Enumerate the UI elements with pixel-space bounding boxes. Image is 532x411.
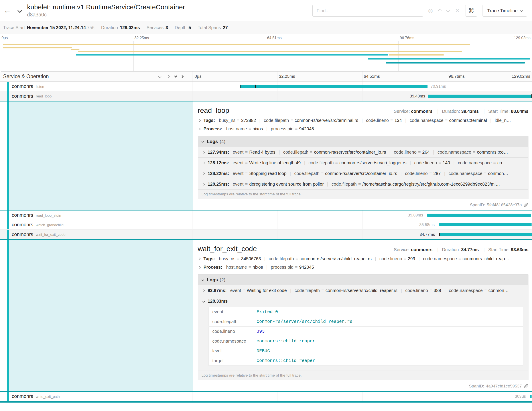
- span-bar[interactable]: [530, 395, 532, 398]
- next-result-icon[interactable]: [446, 9, 450, 12]
- tags-row[interactable]: Tags: busy_ns=34506763 code.filepath=con…: [198, 256, 528, 261]
- page-title: kubelet: runtime.v1.RuntimeService/Creat…: [27, 3, 185, 11]
- logs-footnote: Log timestamps are relative to the start…: [198, 371, 528, 380]
- log-entry[interactable]: 128.25ms: event=deregistering event sour…: [198, 179, 528, 189]
- logs-section: Logs (2) 93.87ms: event=Waiting for exit…: [198, 274, 528, 380]
- logs-header[interactable]: Logs (2): [198, 274, 528, 285]
- chevron-right-icon: [202, 151, 205, 153]
- row-gutter: [0, 240, 7, 391]
- trace-header-collapse-button[interactable]: [15, 0, 25, 21]
- operation-name: watch_grandchild: [36, 223, 64, 227]
- timeline-axis: 0μs 32.25ms 64.51ms 96.76ms 129.02ms: [193, 71, 532, 81]
- title-block: kubelet: runtime.v1.RuntimeService/Creat…: [27, 3, 185, 18]
- span-id-row: SpanID: 5faf48165428c37a: [198, 203, 528, 207]
- log-entry-expanded-header[interactable]: 128.33ms: [203, 299, 525, 304]
- trace-start: Trace StartNovember 15 2022, 11:24:14.75…: [3, 25, 95, 30]
- service-operation-title: Service & Operation: [3, 73, 49, 79]
- row-gutter: [0, 210, 7, 220]
- next-detail-panel-edge: [0, 401, 532, 402]
- timeline-minimap[interactable]: 0μs 32.25ms 64.51ms 96.76ms 129.02ms: [0, 34, 532, 71]
- tick-label: 0μs: [195, 74, 201, 79]
- find-bar: ◎ ✕ ⌘ Trace Timeline: [312, 5, 527, 17]
- detail-title: read_loop: [198, 106, 229, 115]
- copy-link-icon[interactable]: [523, 384, 528, 389]
- service-operation-header: Service & Operation: [0, 71, 193, 81]
- span-row-listen[interactable]: conmonrs listen 70.91ms: [0, 82, 532, 91]
- chevron-right-icon: [202, 172, 205, 175]
- trace-summary-bar: Trace StartNovember 15 2022, 11:24:14.75…: [0, 21, 532, 34]
- detail-meta: Service: conmonrs Duration: 39.43ms Star…: [394, 109, 528, 114]
- span-row-wait-for-exit-code[interactable]: conmonrs wait_for_exit_code 34.77ms: [0, 230, 532, 239]
- span-row-read-loop-stdin[interactable]: conmonrs read_loop_stdin 39.69ms: [0, 210, 532, 220]
- keyboard-shortcuts-button[interactable]: ⌘: [465, 5, 477, 17]
- row-gutter: [0, 230, 7, 239]
- collapse-all-icon[interactable]: [175, 76, 177, 77]
- trace-depth: Depth5: [175, 25, 191, 30]
- table-row: targetconmonrs::child_reaper: [209, 356, 523, 366]
- expand-all-icon[interactable]: [182, 76, 183, 78]
- find-input[interactable]: [312, 5, 423, 17]
- operation-name: wait_for_exit_code: [36, 232, 66, 237]
- minimap-span-line: [3, 44, 470, 45]
- tick-label: 0μs: [1, 36, 8, 40]
- trace-id: d8a3a0c: [27, 12, 185, 18]
- minimap-canvas[interactable]: [1, 41, 531, 71]
- log-entry[interactable]: 93.87ms: event=Waiting for exit code cod…: [198, 285, 528, 296]
- span-detail-wait-for-exit-code: wait_for_exit_code Service: conmonrs Dur…: [0, 239, 532, 392]
- span-bar[interactable]: [427, 214, 531, 217]
- span-row-watch-grandchild[interactable]: conmonrs watch_grandchild 35.58ms: [0, 220, 532, 230]
- service-name: conmonrs: [12, 222, 33, 228]
- span-id-label: SpanID:: [469, 384, 484, 389]
- span-row-read-loop[interactable]: conmonrs read_loop 39.43ms: [0, 91, 532, 101]
- span-duration: 39.43ms: [410, 94, 425, 98]
- log-fields-table: eventExited 0 code.filepathconmon-rs/ser…: [209, 307, 523, 366]
- locate-icon[interactable]: ◎: [428, 8, 433, 13]
- chevron-right-icon: [198, 128, 200, 130]
- log-entry[interactable]: 127.94ms: event=Read 4 bytes code.filepa…: [198, 147, 528, 157]
- log-entry[interactable]: 128.22ms: event=Stopping read loop code.…: [198, 168, 528, 179]
- collapse-one-icon[interactable]: [158, 75, 162, 78]
- operation-name: read_loop_stdin: [36, 213, 61, 218]
- span-id-row: SpanID: 4a947cfd1ce59537: [198, 384, 528, 389]
- expand-one-icon[interactable]: [166, 75, 170, 78]
- minimap-span-line: [3, 47, 72, 49]
- tick-label: 129.02ms: [512, 74, 530, 79]
- logs-header[interactable]: Logs (4): [198, 136, 528, 147]
- detail-title: wait_for_exit_code: [198, 245, 257, 253]
- tick-label: 64.51ms: [267, 36, 282, 40]
- trace-timeline-label: Trace Timeline: [487, 8, 518, 13]
- log-marker: [531, 94, 532, 98]
- trace-total-spans: Total Spans27: [198, 25, 228, 30]
- process-row[interactable]: Process: host.name=nixos process.pid=942…: [198, 265, 528, 270]
- minimap-span-line: [71, 49, 79, 50]
- span-duration: 70.91ms: [431, 84, 446, 89]
- logs-section: Logs (4) 127.94ms: event=Read 4 bytes co…: [198, 136, 528, 199]
- span-duration: 39.69ms: [408, 213, 423, 218]
- detail-left-fill: [9, 101, 193, 210]
- back-button[interactable]: ←: [0, 0, 15, 21]
- table-row: code.lineno393: [209, 327, 523, 336]
- service-color-indicator: [7, 240, 9, 391]
- copy-link-icon[interactable]: [523, 203, 528, 207]
- minimap-ticks: 0μs 32.25ms 64.51ms 96.76ms 129.02ms: [1, 35, 531, 41]
- service-name: conmonrs: [12, 83, 33, 89]
- process-row[interactable]: Process: host.name=nixos process.pid=942…: [198, 126, 528, 131]
- service-color-indicator: [7, 220, 9, 229]
- operation-name: read_loop: [36, 94, 52, 98]
- chevron-right-icon: [198, 266, 200, 268]
- tick-label: 96.76ms: [449, 74, 465, 79]
- span-bar[interactable]: [439, 233, 532, 236]
- span-bar[interactable]: [428, 95, 532, 98]
- trace-timeline-dropdown[interactable]: Trace Timeline: [483, 5, 527, 17]
- span-bar[interactable]: [439, 223, 532, 226]
- service-name: conmonrs: [12, 93, 33, 99]
- table-row: levelDEBUG: [209, 346, 523, 356]
- prev-result-icon[interactable]: [438, 9, 442, 12]
- tags-row[interactable]: Tags: busy_ns=273882 code.filepath=conmo…: [198, 118, 528, 123]
- chevron-down-icon: [520, 9, 523, 12]
- clear-search-icon[interactable]: ✕: [455, 8, 459, 13]
- tick-label: 96.76ms: [400, 36, 414, 40]
- span-bar[interactable]: [240, 85, 428, 88]
- span-row-write-exit-path[interactable]: conmonrs write_exit_path 303μs: [0, 392, 532, 401]
- log-entry[interactable]: 128.12ms: event=Wrote log line of length…: [198, 157, 528, 168]
